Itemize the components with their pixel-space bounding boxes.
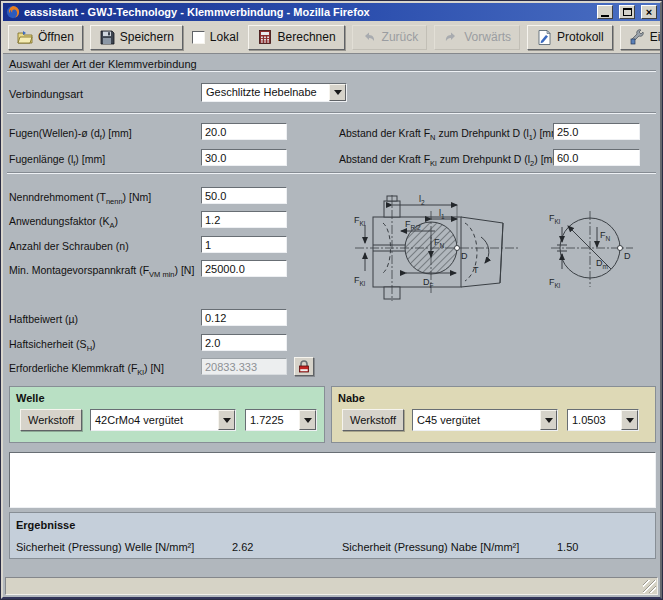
nabe-material-select[interactable]: C45 vergütet <box>412 409 558 431</box>
schrauben-label: Anzahl der Schrauben (n) <box>9 240 129 252</box>
verbindungsart-label: Verbindungsart <box>9 88 83 100</box>
section-title: Auswahl der Art der Klemmverbindung <box>9 58 197 70</box>
floppy-disk-icon <box>99 29 115 45</box>
nabe-panel: Nabe Werkstoff C45 vergütet 1.0503 <box>331 386 656 443</box>
vorspannkraft-label: Min. Montagevorspannkraft (FVM min) [N] <box>9 264 194 279</box>
redo-arrow-icon <box>443 29 459 45</box>
close-icon: × <box>646 7 652 17</box>
svg-text:FKl: FKl <box>354 215 366 227</box>
chevron-down-icon <box>334 90 342 95</box>
point-d2-label: D <box>624 251 631 261</box>
abstand-l2-label: Abstand der Kraft FKl zum Drehpunkt D (l… <box>339 153 564 168</box>
firefox-icon <box>6 5 20 19</box>
svg-text:FKl: FKl <box>549 213 561 225</box>
back-button[interactable]: Zurück <box>352 25 428 50</box>
minimize-icon <box>601 15 609 17</box>
open-folder-icon <box>17 29 33 45</box>
svg-text:Dm: Dm <box>596 258 608 270</box>
anwendungsfaktor-label: Anwendungsfaktor (KA) <box>9 215 118 230</box>
local-checkbox[interactable] <box>192 31 205 44</box>
abstand-l1-input[interactable] <box>553 123 640 140</box>
verbindungsart-select[interactable]: Geschlitzte Hebelnabe <box>201 83 347 102</box>
close-button[interactable]: × <box>641 5 657 19</box>
welle-number-dropdown-button[interactable] <box>299 410 316 430</box>
nabe-material-dropdown-button[interactable] <box>540 410 557 430</box>
open-button[interactable]: Öffnen <box>8 25 83 50</box>
resize-grip[interactable] <box>643 580 656 593</box>
anwendungsfaktor-input[interactable] <box>201 211 287 228</box>
verbindungsart-value: Geschlitzte Hebelnabe <box>202 84 329 101</box>
minimize-button[interactable] <box>597 5 613 19</box>
protocol-label: Protokoll <box>557 30 604 44</box>
open-label: Öffnen <box>38 30 74 44</box>
nabe-number-value: 1.0503 <box>568 410 621 430</box>
haftbeiwert-input[interactable] <box>201 309 287 326</box>
svg-text:FN: FN <box>600 230 611 242</box>
nabe-werkstoff-button[interactable]: Werkstoff <box>342 409 404 431</box>
sicherheit-welle-value: 2.62 <box>232 541 253 553</box>
calculator-icon <box>257 29 273 45</box>
calculate-button[interactable]: Berechnen <box>248 25 345 50</box>
nabe-werkstoff-label: Werkstoff <box>350 414 396 426</box>
klemmkraft-output <box>201 358 287 375</box>
welle-number-select[interactable]: 1.7225 <box>245 409 317 431</box>
fugen-d-input[interactable] <box>201 123 287 140</box>
status-bar <box>5 577 658 595</box>
verbindungsart-dropdown-button[interactable] <box>329 84 346 101</box>
calculate-label: Berechnen <box>278 30 336 44</box>
fugenlaenge-label: Fugenlänge (lf) [mm] <box>9 153 105 168</box>
nenndrehmoment-input[interactable] <box>201 187 287 204</box>
welle-material-value: 42CrMo4 vergütet <box>91 410 218 430</box>
schrauben-input[interactable] <box>201 236 287 253</box>
settings-button[interactable]: Einstellungen <box>620 25 663 50</box>
window-title: eassistant - GWJ-Technology - Klemmverbi… <box>24 6 591 18</box>
protocol-button[interactable]: Protokoll <box>527 25 613 50</box>
welle-panel: Welle Werkstoff 42CrMo4 vergütet 1.7225 <box>9 386 325 443</box>
document-icon <box>536 29 552 45</box>
fugenlaenge-input[interactable] <box>201 149 287 166</box>
forward-button[interactable]: Vorwärts <box>434 25 520 50</box>
lock-button[interactable] <box>294 357 314 376</box>
chevron-down-icon <box>223 418 231 423</box>
welle-werkstoff-button[interactable]: Werkstoff <box>20 409 82 431</box>
welle-material-dropdown-button[interactable] <box>218 410 235 430</box>
svg-text:FKl: FKl <box>549 277 561 289</box>
divider <box>7 112 656 114</box>
back-label: Zurück <box>382 30 419 44</box>
clamp-connection-diagram: l2 l1 FR/2 FN FKl FKl DF D T FKl FKl FN … <box>353 193 659 319</box>
divider <box>7 70 656 72</box>
title-bar[interactable]: eassistant - GWJ-Technology - Klemmverbi… <box>3 3 660 21</box>
toolbar: Öffnen Speichern Lokal <box>3 21 660 54</box>
settings-label: Einstellungen <box>650 30 663 44</box>
ergebnisse-panel: Ergebnisse Sicherheit (Pressung) Welle [… <box>9 512 656 559</box>
svg-text:FKl: FKl <box>354 275 366 287</box>
klemmkraft-label: Erforderliche Klemmkraft (FKl) [N] <box>9 362 164 377</box>
forward-label: Vorwärts <box>464 30 511 44</box>
abstand-l2-input[interactable] <box>553 149 640 166</box>
nabe-title: Nabe <box>338 392 365 404</box>
nabe-number-dropdown-button[interactable] <box>621 410 638 430</box>
undo-arrow-icon <box>361 29 377 45</box>
maximize-button[interactable] <box>619 5 635 19</box>
lock-icon <box>298 360 310 373</box>
app-window: eassistant - GWJ-Technology - Klemmverbi… <box>0 0 663 600</box>
nenndrehmoment-label: Nenndrehmoment (Tnenn) [Nm] <box>9 191 151 206</box>
abstand-l1-label: Abstand der Kraft FN zum Drehpunkt D (l1… <box>339 127 563 142</box>
fugen-d-label: Fugen(Wellen)-ø (df) [mm] <box>9 127 132 142</box>
svg-text:l2: l2 <box>419 194 425 206</box>
message-area[interactable] <box>9 452 656 508</box>
haftsicherheit-input[interactable] <box>201 334 287 351</box>
local-checkbox-group[interactable]: Lokal <box>190 30 241 44</box>
welle-material-select[interactable]: 42CrMo4 vergütet <box>90 409 236 431</box>
save-label: Speichern <box>120 30 174 44</box>
welle-number-value: 1.7225 <box>246 410 299 430</box>
torque-t-label: T <box>473 265 479 275</box>
chevron-down-icon <box>626 418 634 423</box>
welle-werkstoff-label: Werkstoff <box>28 414 74 426</box>
welle-title: Welle <box>16 392 45 404</box>
ergebnisse-title: Ergebnisse <box>16 519 75 531</box>
divider <box>7 172 656 174</box>
vorspannkraft-input[interactable] <box>201 260 287 277</box>
nabe-number-select[interactable]: 1.0503 <box>567 409 639 431</box>
save-button[interactable]: Speichern <box>90 25 183 50</box>
